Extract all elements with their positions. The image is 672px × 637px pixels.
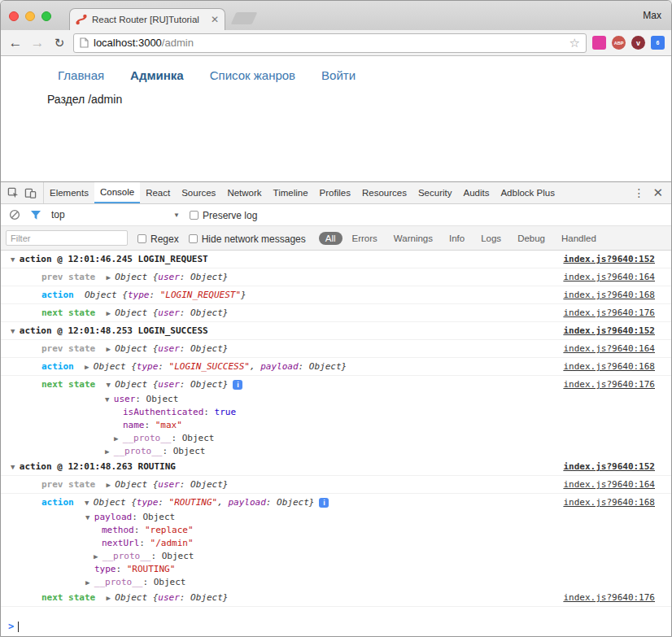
reload-button[interactable]: ↻: [51, 37, 68, 49]
zoom-window-button[interactable]: [41, 11, 51, 21]
extension-icon-blue[interactable]: 6: [651, 36, 665, 50]
console-message[interactable]: prev state ▶ Object {user: Object}index.…: [1, 268, 671, 286]
browser-tab[interactable]: React Router [RU]Tutorial ✕: [69, 8, 225, 30]
source-link[interactable]: index.js?9640:164: [563, 271, 655, 284]
source-link[interactable]: index.js?9640:176: [563, 307, 655, 320]
console-message[interactable]: ▼ action @ 12:01:46.245 LOGIN_REQUESTind…: [1, 251, 671, 268]
console-level-button-warnings[interactable]: Warnings: [387, 232, 439, 245]
devtools-tab-elements[interactable]: Elements: [44, 182, 94, 203]
console-tree-row[interactable]: ▶ __proto__: Object: [1, 445, 671, 458]
inspect-element-icon[interactable]: [7, 187, 20, 199]
source-link[interactable]: index.js?9640:152: [563, 253, 655, 266]
console-level-button-logs[interactable]: Logs: [474, 232, 508, 245]
disclosure-arrow-icon[interactable]: ▶: [114, 434, 123, 443]
back-button[interactable]: ←: [7, 36, 24, 50]
preserve-log-checkbox[interactable]: [190, 211, 199, 220]
devtools-tab-sources[interactable]: Sources: [176, 182, 221, 203]
regex-checkbox[interactable]: [137, 234, 146, 243]
console-tree-row[interactable]: ▶ __proto__: Object: [1, 576, 671, 589]
console-message[interactable]: next state ▼ Object {user: Object}iindex…: [1, 376, 671, 393]
device-toolbar-icon[interactable]: [24, 187, 37, 199]
console-level-button-debug[interactable]: Debug: [511, 232, 552, 245]
console-tree-row[interactable]: isAuthenticated: true: [1, 406, 671, 419]
console-message[interactable]: prev state ▶ Object {user: Object}index.…: [1, 476, 671, 494]
bookmark-star-icon[interactable]: ☆: [569, 36, 580, 50]
console-tree-row[interactable]: method: "replace": [1, 524, 671, 537]
devtools-menu-icon[interactable]: ⋮: [633, 186, 644, 199]
console-message[interactable]: action ▶ Object {type: "LOGIN_SUCCESS", …: [1, 358, 671, 376]
console-message[interactable]: action ▼ Object {type: "ROUTING", payloa…: [1, 494, 671, 511]
console-level-button-handled[interactable]: Handled: [555, 232, 603, 245]
source-link[interactable]: index.js?9640:152: [563, 325, 655, 338]
disclosure-arrow-icon[interactable]: ▼: [85, 499, 94, 507]
disclosure-arrow-icon[interactable]: ▼: [11, 463, 20, 471]
minimize-window-button[interactable]: [25, 11, 35, 21]
console-tree-row[interactable]: type: "ROUTING": [1, 563, 671, 576]
console-message[interactable]: action Object {type: "LOGIN_REQUEST"}ind…: [1, 286, 671, 304]
console-prompt[interactable]: >: [1, 617, 671, 636]
state-info-icon[interactable]: i: [319, 498, 329, 508]
devtools-tab-console[interactable]: Console: [94, 182, 140, 203]
clear-console-button[interactable]: [9, 209, 20, 220]
console-tree-row[interactable]: ▼ user: Object: [1, 393, 671, 406]
disclosure-arrow-icon[interactable]: ▶: [106, 594, 115, 602]
devtools-tab-resources[interactable]: Resources: [356, 182, 412, 203]
nav-link[interactable]: Список жанров: [210, 68, 295, 82]
console-tree-row[interactable]: name: "max": [1, 419, 671, 432]
url-bar[interactable]: localhost:3000/admin ☆: [73, 33, 587, 53]
console-message[interactable]: ▼ action @ 12:01:48.253 LOGIN_SUCCESSind…: [1, 322, 671, 340]
source-link[interactable]: index.js?9640:168: [563, 496, 655, 509]
context-selector[interactable]: top ▼: [51, 209, 180, 220]
devtools-tab-timeline[interactable]: Timeline: [268, 182, 314, 203]
disclosure-arrow-icon[interactable]: ▶: [94, 552, 103, 561]
devtools-tab-network[interactable]: Network: [221, 182, 267, 203]
devtools-tab-adblock-plus[interactable]: Adblock Plus: [495, 182, 560, 203]
disclosure-arrow-icon[interactable]: ▼: [105, 395, 114, 404]
source-link[interactable]: index.js?9640:164: [563, 478, 655, 491]
console-message[interactable]: ▼ action @ 12:01:48.263 ROUTINGindex.js?…: [1, 458, 671, 476]
disclosure-arrow-icon[interactable]: ▶: [106, 481, 115, 489]
devtools-tab-audits[interactable]: Audits: [457, 182, 495, 203]
source-link[interactable]: index.js?9640:168: [563, 360, 655, 373]
disclosure-arrow-icon[interactable]: ▶: [85, 578, 94, 587]
devtools-tab-profiles[interactable]: Profiles: [314, 182, 356, 203]
disclosure-arrow-icon[interactable]: ▶: [106, 309, 115, 317]
nav-link[interactable]: Главная: [58, 68, 104, 82]
console-message[interactable]: next state ▶ Object {user: Object}index.…: [1, 589, 671, 607]
extension-icon-pink[interactable]: [592, 36, 606, 50]
console-level-button-errors[interactable]: Errors: [346, 232, 384, 245]
disclosure-arrow-icon[interactable]: ▶: [106, 345, 115, 353]
close-window-button[interactable]: [9, 11, 19, 21]
console-tree-row[interactable]: nextUrl: "/admin": [1, 537, 671, 550]
disclosure-arrow-icon[interactable]: ▼: [106, 381, 115, 389]
source-link[interactable]: index.js?9640:164: [563, 342, 655, 356]
console-level-button-info[interactable]: Info: [443, 232, 471, 245]
console-level-button-all[interactable]: All: [319, 232, 343, 245]
adblock-plus-icon[interactable]: ABP: [612, 36, 626, 50]
disclosure-arrow-icon[interactable]: ▼: [11, 327, 20, 335]
disclosure-arrow-icon[interactable]: ▶: [85, 363, 94, 371]
hide-network-checkbox[interactable]: [189, 234, 198, 243]
source-link[interactable]: index.js?9640:152: [563, 460, 655, 473]
devtools-tab-react[interactable]: React: [140, 182, 176, 203]
nav-link[interactable]: Админка: [130, 68, 184, 82]
nav-link[interactable]: Войти: [321, 68, 356, 82]
filter-input[interactable]: [6, 230, 128, 246]
disclosure-arrow-icon[interactable]: ▼: [85, 513, 94, 521]
console-tree-row[interactable]: ▼ payload: Object: [1, 511, 671, 524]
console-message[interactable]: next state ▶ Object {user: Object}index.…: [1, 304, 671, 322]
source-link[interactable]: index.js?9640:176: [563, 591, 655, 604]
filter-funnel-icon[interactable]: [30, 210, 41, 220]
console-tree-row[interactable]: ▶ __proto__: Object: [1, 550, 671, 563]
disclosure-arrow-icon[interactable]: ▼: [11, 255, 20, 264]
pocket-icon[interactable]: v: [631, 36, 645, 50]
console-message[interactable]: prev state ▶ Object {user: Object}index.…: [1, 340, 671, 358]
console-tree-row[interactable]: ▶ __proto__: Object: [1, 432, 671, 445]
devtools-tab-security[interactable]: Security: [412, 182, 458, 203]
disclosure-arrow-icon[interactable]: ▶: [105, 447, 114, 456]
disclosure-arrow-icon[interactable]: ▶: [106, 273, 115, 281]
new-tab-button[interactable]: [231, 12, 258, 24]
state-info-icon[interactable]: i: [233, 380, 242, 390]
forward-button[interactable]: →: [29, 36, 46, 50]
source-link[interactable]: index.js?9640:168: [563, 289, 655, 302]
